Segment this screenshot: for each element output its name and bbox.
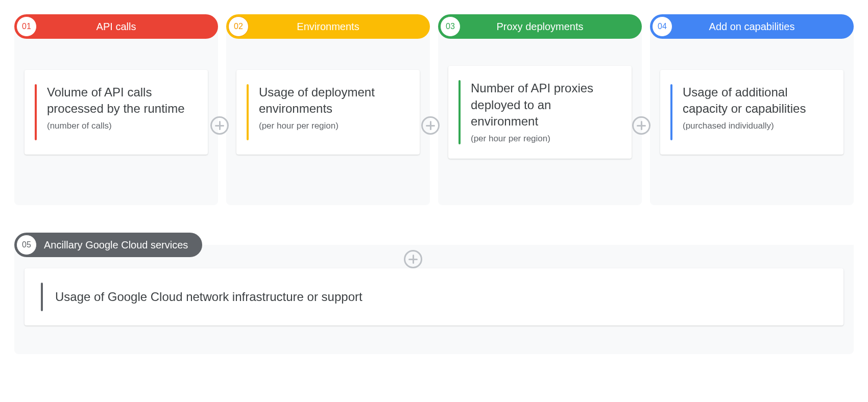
pill-number-02: 02	[228, 16, 249, 37]
accent-api-calls	[35, 84, 37, 140]
accent-environments	[247, 84, 249, 140]
panel-environments: Usage of deployment environments (per ho…	[226, 27, 430, 205]
pill-label-proxy: Proxy deployments	[461, 21, 640, 33]
panel-ancillary: Usage of Google Cloud network infrastruc…	[14, 245, 854, 354]
card-title-addons: Usage of additional capacity or capabili…	[683, 84, 831, 117]
card-content-addons: Usage of additional capacity or capabili…	[683, 84, 831, 140]
plus-icon	[210, 116, 229, 135]
card-title-proxy: Number of API proxies deployed to an env…	[471, 80, 619, 130]
card-title-ancillary: Usage of Google Cloud network infrastruc…	[55, 289, 363, 305]
card-ancillary: Usage of Google Cloud network infrastruc…	[25, 268, 843, 325]
card-subtitle-proxy: (per hour per region)	[471, 133, 619, 144]
pill-environments: 02 Environments	[226, 14, 430, 39]
card-addons: Usage of additional capacity or capabili…	[660, 70, 843, 155]
card-proxy: Number of API proxies deployed to an env…	[448, 66, 632, 158]
panel-api-calls: Volume of API calls processed by the run…	[14, 27, 218, 205]
pill-api-calls: 01 API calls	[14, 14, 218, 39]
pill-addons: 04 Add on capabilities	[650, 14, 854, 39]
card-content-api-calls: Volume of API calls processed by the run…	[47, 84, 196, 140]
pill-number-04: 04	[652, 16, 672, 37]
accent-proxy	[459, 80, 461, 144]
card-content-proxy: Number of API proxies deployed to an env…	[471, 80, 619, 144]
card-environments: Usage of deployment environments (per ho…	[236, 70, 420, 155]
column-proxy: 03 Proxy deployments Number of API proxi…	[438, 14, 642, 205]
accent-ancillary	[41, 283, 43, 311]
card-title-api-calls: Volume of API calls processed by the run…	[47, 84, 196, 117]
column-addons: 04 Add on capabilities Usage of addition…	[650, 14, 854, 205]
bottom-section: 05 Ancillary Google Cloud services Usage…	[14, 233, 854, 354]
plus-icon	[421, 116, 440, 135]
pill-number-01: 01	[16, 16, 37, 37]
pill-label-environments: Environments	[249, 21, 428, 33]
panel-addons: Usage of additional capacity or capabili…	[650, 27, 854, 205]
pill-ancillary: 05 Ancillary Google Cloud services	[14, 233, 202, 257]
pill-label-addons: Add on capabilities	[672, 21, 852, 33]
plus-icon	[632, 116, 650, 135]
card-subtitle-api-calls: (number of calls)	[47, 120, 196, 132]
column-api-calls: 01 API calls Volume of API calls process…	[14, 14, 218, 205]
card-content-environments: Usage of deployment environments (per ho…	[259, 84, 407, 140]
top-row: 01 API calls Volume of API calls process…	[14, 14, 854, 205]
pill-proxy: 03 Proxy deployments	[438, 14, 642, 39]
card-api-calls: Volume of API calls processed by the run…	[25, 70, 208, 155]
plus-icon	[404, 250, 422, 268]
column-environments: 02 Environments Usage of deployment envi…	[226, 14, 430, 205]
pill-number-05: 05	[16, 235, 37, 255]
pill-label-api-calls: API calls	[37, 21, 216, 33]
card-subtitle-environments: (per hour per region)	[259, 120, 407, 132]
card-title-environments: Usage of deployment environments	[259, 84, 407, 117]
card-subtitle-addons: (purchased individually)	[683, 120, 831, 132]
pill-label-ancillary: Ancillary Google Cloud services	[37, 239, 188, 251]
pricing-diagram: 01 API calls Volume of API calls process…	[14, 14, 854, 354]
panel-proxy: Number of API proxies deployed to an env…	[438, 27, 642, 205]
pill-number-03: 03	[440, 16, 461, 37]
accent-addons	[670, 84, 672, 140]
